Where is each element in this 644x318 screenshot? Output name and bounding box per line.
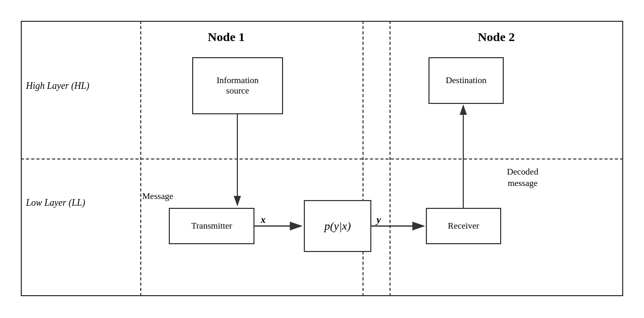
receiver-block: Receiver [426,208,501,244]
channel-block: p(y|x) [304,200,371,252]
layer-hl-label: High Layer (HL) [26,81,89,91]
destination-label: Destination [446,75,486,86]
channel-label: p(y|x) [324,219,351,233]
receiver-label: Receiver [448,221,479,231]
x-arrow-label: x [261,214,266,226]
transmitter-label: Transmitter [191,221,232,231]
message-arrow-label: Message [142,191,173,202]
node2-box [390,21,623,296]
info-source-label: Information source [217,75,259,96]
info-source-block: Information source [192,57,283,114]
node1-label: Node 1 [208,30,245,44]
diagram-wrapper: High Layer (HL) Low Layer (LL) Node 1 No… [21,21,623,296]
y-arrow-label: y [377,214,381,226]
destination-block: Destination [428,57,504,104]
decoded-arrow-label: Decoded message [507,166,538,189]
transmitter-block: Transmitter [169,208,254,244]
layer-ll-label: Low Layer (LL) [26,197,85,208]
node2-label: Node 2 [478,30,515,44]
